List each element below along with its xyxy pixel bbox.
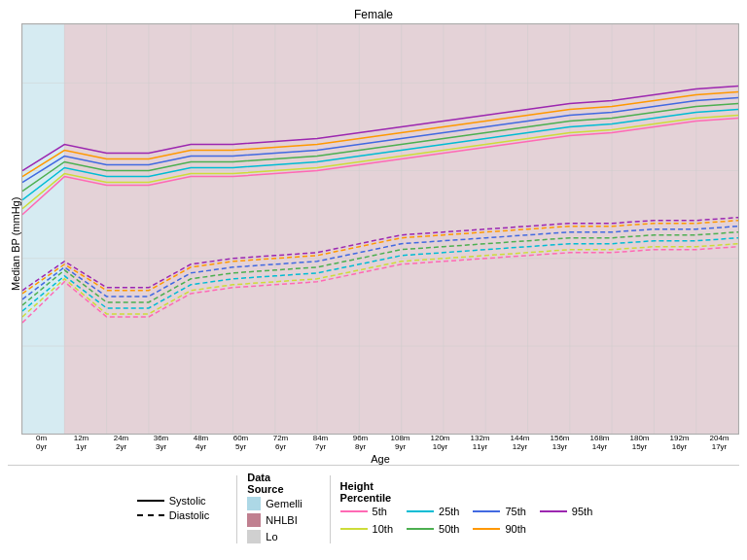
x-axis-ticks: 0m0yr12m1yr24m2yr36m3yr48m4yr60m5yr72m6y… [21, 435, 739, 452]
x-tick: 132m11yr [460, 435, 500, 452]
gemelli-label: Gemelli [266, 498, 302, 509]
x-tick: 48m4yr [181, 435, 221, 452]
legend-diastolic: Diastolic [137, 509, 210, 521]
95th-label: 95th [572, 506, 592, 517]
legend-50th: 50th [407, 523, 459, 535]
gemelli-swatch [247, 497, 261, 510]
plot-area: 120 90 60 30 0 [21, 23, 739, 435]
legend-area: Systolic Diastolic DataSource Gemelli NH… [8, 465, 739, 552]
legend-divider-2 [330, 475, 331, 543]
legend-line-types: Systolic Diastolic [137, 495, 210, 524]
systolic-line-icon [137, 500, 164, 502]
x-tick: 72m6yr [261, 435, 301, 452]
x-tick: 144m12yr [500, 435, 540, 452]
10th-label: 10th [373, 523, 393, 535]
legend-90th: 90th [473, 523, 525, 535]
nhlbi-label: NHLBI [266, 514, 297, 526]
chart-svg [22, 24, 738, 434]
legend-divider-1 [236, 475, 237, 543]
legend-25th: 25th [407, 506, 459, 517]
lo-swatch [247, 530, 261, 543]
x-tick: 36m3yr [141, 435, 181, 452]
5th-label: 5th [373, 506, 387, 517]
75th-label: 75th [505, 506, 525, 517]
x-tick: 0m0yr [21, 435, 61, 452]
svg-rect-0 [22, 24, 738, 434]
legend-10th: 10th [340, 523, 393, 535]
x-tick: 84m7yr [301, 435, 340, 452]
legend-nhlbi: NHLBI [247, 513, 302, 527]
legend-data-source: DataSource Gemelli NHLBI Lo [247, 472, 302, 546]
legend-lo: Lo [247, 530, 302, 543]
90th-label: 90th [505, 523, 525, 535]
legend-gemelli: Gemelli [247, 497, 302, 510]
y-axis-label: Median BP (mmHg) [8, 23, 21, 465]
x-tick: 96m8yr [340, 435, 380, 452]
data-source-title: DataSource [247, 472, 302, 495]
diastolic-line-icon [137, 514, 164, 516]
50th-line-icon [407, 528, 434, 530]
vertical-grid [22, 24, 738, 434]
x-tick: 168m14yr [580, 435, 620, 452]
legend-height-percentile: HeightPercentile 5th 25th 75th 95th [340, 480, 593, 538]
25th-label: 25th [439, 506, 459, 517]
systolic-label: Systolic [169, 495, 206, 507]
x-tick: 108m9yr [380, 435, 420, 452]
10th-line-icon [340, 528, 368, 530]
horizontal-grid [22, 24, 738, 434]
50th-label: 50th [439, 523, 459, 535]
x-axis: 0m0yr12m1yr24m2yr36m3yr48m4yr60m5yr72m6y… [21, 435, 739, 465]
x-tick: 24m2yr [101, 435, 141, 452]
75th-line-icon [473, 510, 500, 512]
height-percentile-title: HeightPercentile [340, 480, 593, 504]
x-tick: 120m10yr [420, 435, 460, 452]
5th-line-icon [340, 510, 368, 512]
90th-line-icon [473, 528, 500, 530]
diastolic-label: Diastolic [169, 509, 210, 521]
legend-95th: 95th [540, 506, 592, 517]
95th-line-icon [540, 510, 567, 512]
x-tick: 60m5yr [221, 435, 261, 452]
x-tick: 180m15yr [620, 435, 659, 452]
x-tick: 192m16yr [659, 435, 699, 452]
25th-line-icon [407, 510, 434, 512]
x-tick: 156m13yr [540, 435, 580, 452]
legend-75th: 75th [473, 506, 525, 517]
bp-curves [22, 86, 738, 323]
percentile-grid: 5th 25th 75th 95th 10th [340, 506, 593, 538]
legend-5th: 5th [340, 506, 393, 517]
x-tick: 204m17yr [699, 435, 739, 452]
x-tick: 12m1yr [61, 435, 101, 452]
lo-label: Lo [266, 531, 277, 542]
chart-title: Female [8, 8, 739, 21]
x-axis-label: Age [21, 453, 739, 465]
legend-systolic: Systolic [137, 495, 210, 507]
nhlbi-swatch [247, 513, 261, 527]
